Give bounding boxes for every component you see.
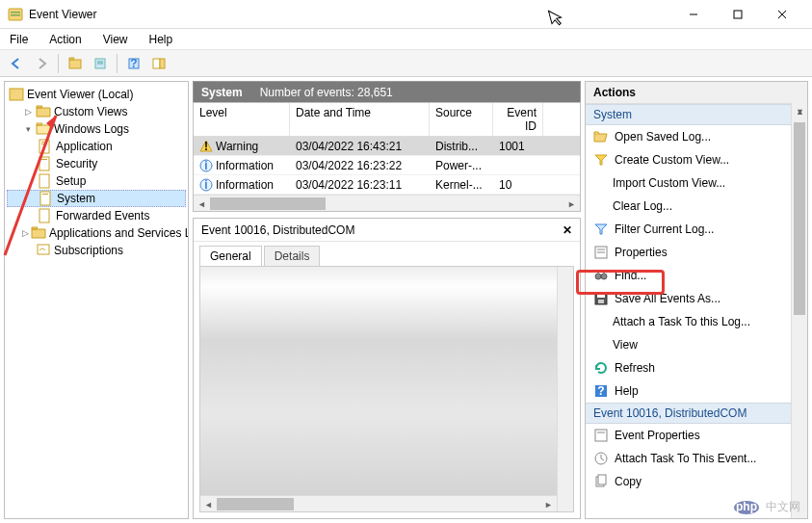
col-source[interactable]: Source [430, 103, 493, 136]
tree-setup[interactable]: Setup [7, 172, 186, 190]
event-viewer-icon [9, 87, 24, 102]
minimize-button[interactable] [671, 0, 716, 29]
preview-title: Event 10016, DistributedCOM [201, 223, 354, 237]
close-button[interactable] [760, 0, 804, 29]
col-date[interactable]: Date and Time [290, 103, 430, 136]
action-clear-log[interactable]: Clear Log... [586, 195, 807, 218]
log-icon [38, 156, 53, 171]
properties-icon [593, 428, 609, 443]
refresh-icon [593, 360, 609, 376]
expand-icon[interactable]: ▷ [22, 227, 29, 239]
tree-root[interactable]: Event Viewer (Local) [7, 86, 186, 103]
tab-general[interactable]: General [199, 246, 262, 266]
action-label: Open Saved Log... [615, 130, 711, 144]
event-preview: Event 10016, DistributedCOM ✕ General De… [193, 218, 581, 519]
event-count: Number of events: 28,651 [260, 86, 393, 99]
action-label: Filter Current Log... [615, 222, 714, 236]
col-eventid[interactable]: Event ID [493, 103, 543, 136]
scroll-thumb[interactable] [210, 197, 326, 210]
tree-apps-services[interactable]: ▷ Applications and Services Lo [7, 224, 186, 242]
show-tree-button[interactable] [65, 53, 86, 74]
table-row[interactable]: iInformation 03/04/2022 16:23:11 Kernel-… [194, 175, 580, 195]
log-name: System [201, 86, 243, 99]
svg-text:php: php [736, 500, 757, 513]
action-create-custom-view[interactable]: Create Custom View... [586, 148, 807, 171]
svg-text:!: ! [204, 140, 208, 153]
folder-open-icon [593, 129, 609, 144]
action-properties[interactable]: Properties [586, 241, 807, 264]
action-save-all[interactable]: Save All Events As... [586, 287, 807, 310]
action-help[interactable]: ?Help▶ [586, 379, 807, 403]
table-row[interactable]: !Warning 03/04/2022 16:43:21 Distrib... … [194, 137, 580, 156]
tree-label: Applications and Services Lo [49, 226, 189, 240]
preview-v-scrollbar[interactable] [557, 267, 573, 511]
menu-view[interactable]: View [99, 31, 132, 48]
action-label: Attach Task To This Event... [615, 452, 756, 465]
scroll-right-icon[interactable]: ► [540, 496, 557, 512]
scroll-thumb[interactable] [794, 122, 805, 315]
actions-section-system[interactable]: System ▴ [586, 104, 807, 125]
tree-label: Security [56, 157, 97, 170]
cell-id [493, 164, 543, 168]
action-attach-task[interactable]: Attach a Task To this Log... [586, 310, 807, 333]
horizontal-scrollbar[interactable]: ◄ ► [194, 195, 580, 211]
action-open-saved-log[interactable]: Open Saved Log... [586, 125, 807, 148]
scroll-left-icon[interactable]: ◄ [200, 496, 217, 512]
scroll-left-icon[interactable]: ◄ [194, 196, 210, 212]
action-copy[interactable]: Copy [586, 470, 807, 493]
event-grid: Level Date and Time Source Event ID !War… [193, 102, 581, 212]
action-label: Attach a Task To this Log... [613, 315, 750, 328]
cell-date: 03/04/2022 16:43:21 [290, 138, 430, 155]
titlebar: Event Viewer [0, 0, 812, 29]
scroll-down-icon[interactable]: ▼ [792, 103, 808, 119]
info-icon: i [199, 178, 213, 192]
action-event-properties[interactable]: Event Properties [586, 424, 807, 447]
close-preview-icon[interactable]: ✕ [563, 223, 572, 237]
preview-h-scrollbar[interactable]: ◄ ► [200, 495, 557, 511]
action-find[interactable]: Find... [586, 264, 807, 287]
tree-forwarded[interactable]: Forwarded Events [7, 207, 186, 224]
collapse-icon[interactable]: ▾ [22, 123, 34, 135]
scroll-thumb[interactable] [217, 498, 294, 510]
action-label: Help [615, 384, 639, 398]
tree-custom-views[interactable]: ▷ Custom Views [7, 103, 186, 120]
save-icon [593, 291, 609, 306]
menu-help[interactable]: Help [145, 31, 177, 48]
tree-windows-logs[interactable]: ▾ Windows Logs [7, 120, 186, 138]
action-import-custom-view[interactable]: Import Custom View... [586, 171, 807, 195]
actions-section-event[interactable]: Event 10016, DistributedCOM ▴ [586, 403, 807, 424]
actions-scrollbar[interactable]: ▲ ▼ [791, 103, 807, 518]
col-level[interactable]: Level [194, 103, 290, 136]
svg-rect-14 [160, 59, 165, 68]
svg-text:i: i [204, 159, 207, 172]
cell-id: 10 [493, 176, 543, 194]
folder-icon [31, 225, 46, 241]
watermark: php 中文网 [733, 499, 800, 515]
action-attach-task-event[interactable]: Attach Task To This Event... [586, 447, 807, 470]
maximize-button[interactable] [716, 0, 760, 29]
help-button[interactable]: ? [123, 53, 144, 74]
grid-header: Level Date and Time Source Event ID [194, 103, 580, 137]
actions-pane-button[interactable] [148, 53, 170, 74]
back-button[interactable] [6, 53, 27, 74]
actions-pane: Actions System ▴ Open Saved Log... Creat… [585, 81, 808, 519]
preview-body: ◄ ► [199, 266, 574, 512]
forward-button[interactable] [31, 53, 52, 74]
tree-system[interactable]: System [7, 190, 186, 207]
expand-icon[interactable]: ▷ [22, 106, 34, 118]
tree-application[interactable]: Application [7, 138, 186, 155]
scroll-right-icon[interactable]: ► [563, 196, 580, 212]
svg-rect-25 [38, 245, 49, 254]
menu-file[interactable]: File [6, 31, 32, 48]
middle-pane: System Number of events: 28,651 Level Da… [193, 81, 581, 519]
tab-details[interactable]: Details [264, 246, 321, 266]
action-filter-log[interactable]: Filter Current Log... [586, 218, 807, 241]
table-row[interactable]: iInformation 03/04/2022 16:23:22 Power-.… [194, 156, 580, 175]
action-view[interactable]: View▶ [586, 333, 807, 356]
properties-button[interactable] [90, 53, 111, 74]
tree-security[interactable]: Security [7, 155, 186, 172]
action-refresh[interactable]: Refresh [586, 356, 807, 379]
actions-title: Actions [586, 82, 807, 104]
menu-action[interactable]: Action [45, 31, 85, 48]
tree-subscriptions[interactable]: ▷ Subscriptions [7, 242, 186, 259]
